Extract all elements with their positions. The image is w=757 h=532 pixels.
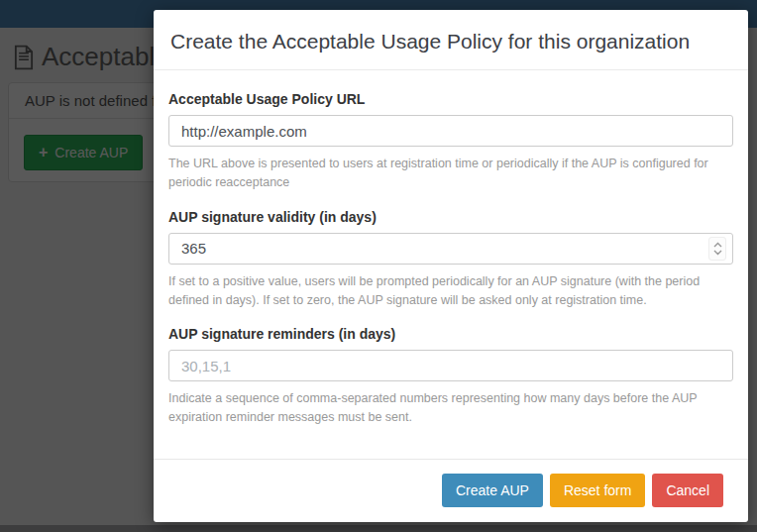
signature-reminders-input[interactable] [168,350,733,381]
create-aup-modal: Create the Acceptable Usage Policy for t… [154,10,748,522]
form-group-aup-url: Acceptable Usage Policy URL The URL abov… [168,91,733,192]
cancel-button[interactable]: Cancel [652,474,723,507]
app-window: Acceptable AUP is not defined for t + Cr… [0,0,757,532]
create-aup-button[interactable]: Create AUP [442,474,543,507]
signature-reminders-help: Indicate a sequence of comma-separated n… [168,389,733,427]
reset-form-button[interactable]: Reset form [550,474,645,507]
signature-validity-input[interactable] [168,233,733,265]
modal-footer: Create AUP Reset form Cancel [154,459,748,522]
form-group-signature-reminders: AUP signature reminders (in days) Indica… [168,326,733,427]
chevron-up-icon [713,242,722,248]
aup-url-input[interactable] [168,115,733,147]
aup-url-help: The URL above is presented to users at r… [168,155,733,192]
signature-validity-help: If set to a positive value, users will b… [168,272,733,310]
signature-validity-label: AUP signature validity (in days) [168,209,733,225]
modal-body: Acceptable Usage Policy URL The URL abov… [154,70,748,427]
form-group-signature-validity: AUP signature validity (in days) If set … [168,209,733,310]
number-stepper[interactable] [708,237,726,261]
modal-title: Create the Acceptable Usage Policy for t… [170,27,731,56]
signature-reminders-label: AUP signature reminders (in days) [168,326,733,342]
chevron-down-icon [713,250,722,256]
aup-url-label: Acceptable Usage Policy URL [168,91,733,107]
modal-header: Create the Acceptable Usage Policy for t… [154,10,748,70]
